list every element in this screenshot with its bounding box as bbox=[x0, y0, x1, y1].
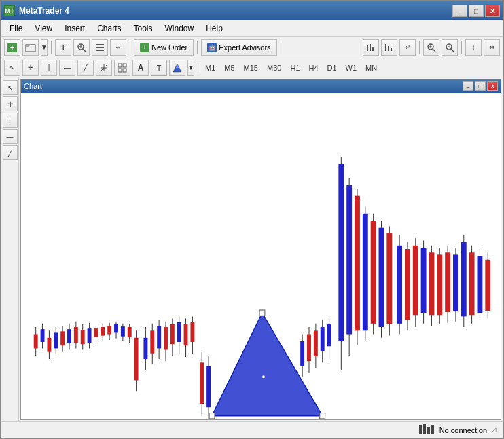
svg-rect-84 bbox=[206, 366, 211, 408]
svg-rect-70 bbox=[157, 326, 161, 348]
separator6 bbox=[461, 41, 462, 54]
svg-rect-64 bbox=[134, 338, 139, 381]
menu-window[interactable]: Window bbox=[160, 22, 200, 35]
horizontal-line-tool[interactable]: — bbox=[59, 60, 75, 76]
svg-rect-56 bbox=[107, 326, 111, 335]
svg-line-17 bbox=[433, 49, 435, 52]
expert-advisors-label: Expert Advisors bbox=[219, 43, 270, 52]
svg-rect-48 bbox=[81, 330, 85, 344]
left-tools-panel: ↖ ✛ | — ╱ bbox=[1, 77, 19, 421]
status-right: No connection ⊿ bbox=[419, 424, 497, 436]
svg-rect-134 bbox=[423, 424, 426, 434]
menu-charts[interactable]: Charts bbox=[92, 22, 126, 35]
window-title: MetaTrader 4 bbox=[19, 6, 69, 16]
separator3 bbox=[197, 41, 198, 54]
svg-rect-80 bbox=[190, 322, 194, 342]
icon-btn1[interactable] bbox=[363, 39, 379, 56]
expert-advisors-button[interactable]: 🤖 Expert Advisors bbox=[201, 39, 276, 56]
arrow-button[interactable]: ↔ bbox=[110, 39, 126, 56]
lt-vline[interactable]: | bbox=[3, 113, 18, 128]
candlestick-chart bbox=[21, 93, 501, 419]
vertical-line-tool[interactable]: | bbox=[41, 60, 57, 76]
menu-tools[interactable]: Tools bbox=[128, 22, 158, 35]
title-bar-controls: – □ ✕ bbox=[452, 5, 500, 17]
new-chart-button[interactable]: + bbox=[4, 39, 20, 56]
open-button[interactable] bbox=[22, 39, 39, 56]
period-m1[interactable]: M1 bbox=[202, 63, 219, 73]
menu-help[interactable]: Help bbox=[200, 22, 228, 35]
dropdown-arrow[interactable]: ▼ bbox=[41, 39, 48, 56]
svg-rect-122 bbox=[445, 252, 450, 312]
svg-rect-96 bbox=[338, 164, 344, 341]
svg-rect-8 bbox=[96, 47, 104, 48]
crosshair-button[interactable]: ✛ bbox=[55, 39, 71, 56]
text-tool[interactable]: A bbox=[132, 60, 149, 76]
period-m5[interactable]: M5 bbox=[221, 63, 238, 73]
icon-btn3[interactable]: ↵ bbox=[399, 39, 416, 56]
period-h1[interactable]: H1 bbox=[287, 63, 303, 73]
svg-rect-110 bbox=[397, 246, 402, 324]
period-h4[interactable]: H4 bbox=[305, 63, 321, 73]
svg-rect-124 bbox=[453, 254, 458, 311]
lt-cross[interactable]: ✛ bbox=[3, 96, 18, 111]
chart-close[interactable]: ✕ bbox=[487, 81, 498, 91]
chart-window-title: Chart bbox=[24, 82, 42, 90]
title-bar: MT MetaTrader 4 – □ ✕ bbox=[1, 1, 503, 20]
icon-btn2[interactable] bbox=[381, 39, 397, 56]
color-tool[interactable] bbox=[169, 60, 185, 76]
cursor-tool[interactable]: ↖ bbox=[4, 60, 20, 76]
text2-tool[interactable]: T bbox=[151, 60, 167, 76]
period-m30[interactable]: M30 bbox=[264, 63, 285, 73]
chart-area[interactable]: Triangle bbox=[21, 93, 501, 419]
zoom-in-chart[interactable] bbox=[423, 39, 439, 56]
minimize-button[interactable]: – bbox=[452, 5, 467, 17]
properties-button[interactable] bbox=[92, 39, 108, 56]
chart-title-bar: Chart – □ ✕ bbox=[21, 79, 501, 93]
zoom-in-button[interactable] bbox=[73, 39, 90, 56]
zoom-out-chart[interactable] bbox=[442, 39, 458, 56]
svg-rect-36 bbox=[41, 329, 45, 342]
connection-status: No connection bbox=[439, 426, 487, 434]
svg-rect-114 bbox=[413, 246, 418, 315]
crosshair-tool[interactable]: ✛ bbox=[22, 60, 39, 76]
fib-tool[interactable] bbox=[96, 60, 112, 76]
menu-file[interactable]: File bbox=[4, 22, 28, 35]
triangle-handle-bl bbox=[209, 413, 215, 419]
svg-rect-42 bbox=[60, 331, 65, 345]
svg-rect-68 bbox=[150, 330, 154, 353]
icon-btn5[interactable]: ⇔ bbox=[484, 39, 500, 56]
svg-line-21 bbox=[451, 49, 454, 52]
separator2 bbox=[130, 41, 130, 54]
svg-rect-118 bbox=[429, 252, 434, 315]
period-m15[interactable]: M15 bbox=[240, 63, 262, 73]
separator1 bbox=[51, 41, 52, 54]
lt-hline[interactable]: — bbox=[3, 129, 18, 144]
separator7 bbox=[198, 61, 198, 75]
maximize-button[interactable]: □ bbox=[469, 5, 484, 17]
menu-view[interactable]: View bbox=[29, 22, 58, 35]
icon-btn4[interactable]: ↕ bbox=[465, 39, 482, 56]
grid-tool[interactable] bbox=[114, 60, 130, 76]
app-icon: MT bbox=[4, 5, 15, 16]
svg-rect-86 bbox=[300, 341, 304, 366]
color-dropdown[interactable]: ▼ bbox=[187, 60, 194, 76]
period-mn[interactable]: MN bbox=[362, 63, 380, 73]
resize-icon: ⊿ bbox=[491, 425, 497, 434]
chart-maximize[interactable]: □ bbox=[475, 81, 486, 91]
chart-minimize[interactable]: – bbox=[463, 81, 473, 91]
chart-window: Chart – □ ✕ Triangle bbox=[20, 79, 501, 420]
close-button[interactable]: ✕ bbox=[485, 5, 500, 17]
svg-rect-50 bbox=[88, 328, 92, 343]
status-bar: No connection ⊿ bbox=[1, 421, 503, 438]
lt-tline[interactable]: ╱ bbox=[3, 145, 18, 160]
svg-rect-7 bbox=[96, 44, 104, 45]
period-d1[interactable]: D1 bbox=[324, 63, 340, 73]
period-w1[interactable]: W1 bbox=[342, 63, 361, 73]
new-order-button[interactable]: + New Order bbox=[134, 39, 194, 56]
svg-rect-92 bbox=[321, 327, 325, 351]
menu-insert[interactable]: Insert bbox=[59, 22, 90, 35]
lt-cursor[interactable]: ↖ bbox=[3, 80, 18, 95]
svg-rect-72 bbox=[164, 327, 168, 349]
diagonal-line-tool[interactable]: ╱ bbox=[77, 60, 94, 76]
svg-rect-9 bbox=[96, 50, 104, 51]
